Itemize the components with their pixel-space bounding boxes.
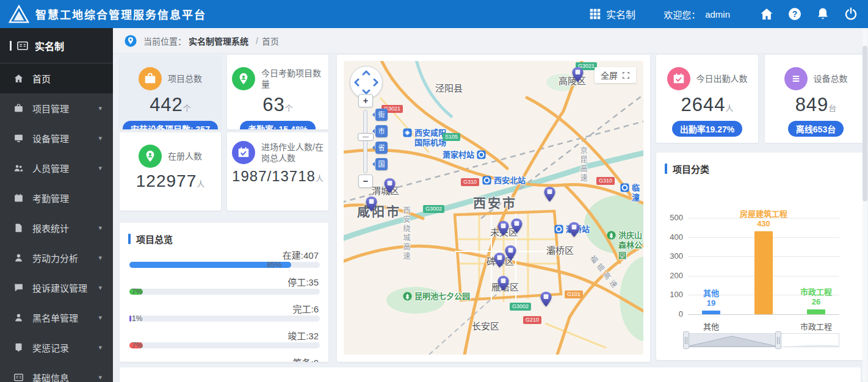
chevron-down-icon: ▾ xyxy=(98,224,102,232)
map-zoom-out-button[interactable]: − xyxy=(358,175,373,188)
project-marker-pin-1[interactable] xyxy=(572,67,584,82)
sidebar-item-complaint-mgmt[interactable]: 投诉建议管理▾ xyxy=(0,273,113,303)
home-button[interactable] xyxy=(759,7,774,21)
project-marker-pin-9[interactable] xyxy=(497,276,509,291)
bar-series-name: 房屋建筑工程 xyxy=(727,209,800,219)
project-marker-pin-2[interactable] xyxy=(384,178,396,193)
map-zoom-level-tag[interactable]: 国 xyxy=(375,158,388,170)
airport-icon: ✈ xyxy=(402,128,413,138)
card-attendance-projects: 今日考勤项目数量 63个 考勤率: 15.48% xyxy=(227,55,328,129)
app-switcher-label: 实名制 xyxy=(606,7,635,21)
bar-series-name: 其他 xyxy=(675,289,748,298)
map-label-text: 萧家村站 xyxy=(443,150,474,160)
map-zoom-slider[interactable] xyxy=(363,110,367,173)
project-marker-pin-5[interactable] xyxy=(497,221,509,236)
sidebar-item-label: 首页 xyxy=(32,72,51,85)
sidebar-item-labor-analysis[interactable]: 劳动力分析▾ xyxy=(0,243,113,273)
map-zoom-handle[interactable]: — xyxy=(358,133,374,141)
map-label-text: 昆明池七夕公园 xyxy=(414,292,470,301)
sidebar-item-label: 考勤管理 xyxy=(32,192,69,204)
briefcase-icon xyxy=(13,103,24,114)
grid-apps-icon xyxy=(589,8,601,20)
metro-icon xyxy=(554,224,564,234)
page-scrollbar-thumb[interactable] xyxy=(863,46,867,201)
project-marker-pin-7[interactable] xyxy=(505,245,516,261)
chevron-down-icon: ▾ xyxy=(98,254,102,262)
sidebar-item-device-mgmt[interactable]: 设备管理▾ xyxy=(0,123,113,153)
metro-icon xyxy=(482,175,492,186)
notification-bell-icon[interactable] xyxy=(816,7,830,21)
map-label-text: 西安北站 xyxy=(494,176,526,186)
sidebar-item-project-mgmt[interactable]: 项目管理▾ xyxy=(0,93,113,123)
progress-bar: 1% xyxy=(129,315,320,322)
datazoom-right-handle[interactable] xyxy=(776,332,781,349)
metro-icon xyxy=(476,150,486,160)
sidebar-item-blacklist-mgmt[interactable]: 黑名单管理▾ xyxy=(0,303,113,333)
card-unit: 个 xyxy=(285,104,293,113)
sidebar-item-report-stats[interactable]: 报表统计▾ xyxy=(0,213,113,243)
chevron-down-icon: ▾ xyxy=(98,373,102,381)
map-zoom-level-tag[interactable]: 街 xyxy=(375,109,388,121)
project-marker-pin-4[interactable] xyxy=(544,187,555,202)
overview-label: 筹备:0 xyxy=(292,356,319,362)
map-zoom-level-tag[interactable]: 市 xyxy=(375,125,388,137)
map-label: 洪庆山 森林公园 xyxy=(606,231,643,261)
sidebar-item-personnel-mgmt[interactable]: 人员管理▾ xyxy=(0,153,113,183)
chevron-down-icon: ▾ xyxy=(98,104,102,112)
datazoom-left-handle[interactable] xyxy=(684,332,689,349)
y-axis-tick: 300 xyxy=(659,251,683,261)
sidebar-item-label: 黑名单管理 xyxy=(32,311,78,324)
username[interactable]: admin xyxy=(705,9,730,20)
idcard-icon xyxy=(16,40,29,52)
chart-bar-1[interactable] xyxy=(702,311,720,314)
project-marker-pin-11[interactable] xyxy=(568,222,580,237)
map-panel: 泾阳县高陵区✈西安咸阳 国际机场萧家村站西安北站西安市渭城区咸阳市未央区碑林区灞… xyxy=(337,55,650,362)
chart-bar-2[interactable] xyxy=(754,231,773,314)
app-logo-icon xyxy=(9,5,29,23)
sidebar-item-reward-records[interactable]: 奖惩记录▾ xyxy=(0,333,113,362)
chart-bar-3[interactable] xyxy=(807,309,825,314)
app-switcher[interactable]: 实名制 xyxy=(589,7,635,21)
svg-text:?: ? xyxy=(792,9,798,19)
fullscreen-button[interactable]: 全屏 xyxy=(595,67,636,83)
overview-row: 筹备:00% xyxy=(120,351,328,362)
map-zoom-in-button[interactable]: + xyxy=(358,94,373,107)
map[interactable]: 泾阳县高陵区✈西安咸阳 国际机场萧家村站西安北站西安市渭城区咸阳市未央区碑林区灞… xyxy=(344,61,643,355)
project-marker-pin-3[interactable] xyxy=(366,196,377,212)
map-label-text: 洪庆山 森林公园 xyxy=(618,231,643,261)
road-badge: G3002 xyxy=(423,205,444,213)
help-button[interactable]: ? xyxy=(787,7,802,21)
sidebar-item-attendance-mgmt[interactable]: 考勤管理 xyxy=(0,183,113,213)
project-marker-pin-10[interactable] xyxy=(540,292,552,307)
project-marker-pin-6[interactable] xyxy=(511,218,523,234)
overview-label: 竣工:32 xyxy=(288,329,319,342)
sidebar-item-basic-info[interactable]: 基础信息▾ xyxy=(0,362,113,382)
bottom-panel-strip xyxy=(120,367,861,382)
y-axis-tick: 500 xyxy=(659,213,683,222)
breadcrumb-system[interactable]: 实名制管理系统 xyxy=(189,35,248,47)
dashboard-main: 项目总数 442个 安装设备项目数: 357 今日考勤项目数量 63个 考勤率:… xyxy=(113,54,868,382)
report-icon xyxy=(13,223,24,233)
breadcrumb: 当前位置： 实名制管理系统 / 首页 xyxy=(113,28,868,54)
map-label: 临潼 xyxy=(620,183,643,203)
project-marker-pin-8[interactable] xyxy=(494,253,505,268)
map-label-text: 灞桥区 xyxy=(546,245,574,256)
map-label-text: 长安区 xyxy=(472,321,499,331)
logout-power-icon[interactable] xyxy=(844,7,858,21)
card-entry-onduty: 进场作业人数/在岗总人数 1987/13718人 xyxy=(227,132,328,211)
breadcrumb-current[interactable]: 首页 xyxy=(262,35,279,47)
card-unit: 人 xyxy=(197,179,204,189)
bar-value: 26 xyxy=(779,297,853,307)
fullscreen-label: 全屏 xyxy=(601,69,618,81)
progress-fill xyxy=(129,315,131,322)
bar-label: 其他19 xyxy=(675,289,748,308)
chart-datazoom-slider[interactable] xyxy=(683,331,843,350)
map-zoom-level-tag[interactable]: 省 xyxy=(375,142,388,154)
map-label: 京昆高速 xyxy=(578,146,587,183)
card-value: 442 xyxy=(150,94,183,115)
map-label: 萧家村站 xyxy=(443,150,486,160)
sidebar-item-label: 设备管理 xyxy=(32,132,69,145)
app-title: 智慧工地综合管理服务信息平台 xyxy=(35,6,206,22)
map-label-text: 西安市 xyxy=(473,196,517,210)
sidebar-item-home[interactable]: 首页 xyxy=(0,63,113,93)
